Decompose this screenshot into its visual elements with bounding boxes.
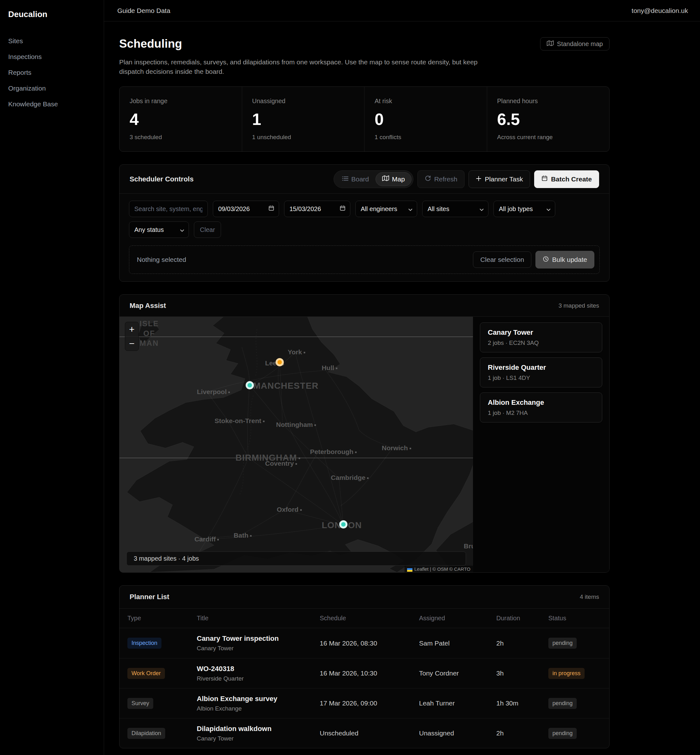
map-label-liverpool: Liverpool: [197, 388, 230, 396]
job-assigned: Unassigned: [419, 730, 496, 737]
topbar: Guide Demo Data tony@deucalion.uk: [104, 0, 700, 22]
map-label-norwich: Norwich: [382, 444, 411, 452]
zoom-out-button[interactable]: −: [125, 336, 138, 351]
engineers-select[interactable]: All engineers: [355, 200, 417, 217]
mapped-sites-list: Canary Tower 2 jobs · EC2N 3AQ Riverside…: [473, 317, 609, 572]
sidebar-item-organization[interactable]: Organization: [8, 80, 95, 96]
status-badge: pending: [548, 728, 577, 739]
table-row[interactable]: Inspection Canary Tower inspection Canar…: [119, 628, 609, 658]
refresh-label: Refresh: [434, 175, 458, 183]
planner-task-button[interactable]: Planner Task: [469, 171, 530, 188]
stat-planned-hours: Planned hours 6.5 Across current range: [487, 87, 609, 152]
sidebar-item-sites[interactable]: Sites: [8, 33, 95, 49]
clear-selection-button[interactable]: Clear selection: [473, 251, 531, 268]
attribution-text[interactable]: Leaflet | © OSM © CARTO: [414, 566, 470, 572]
bulk-update-button[interactable]: Bulk update: [535, 251, 594, 268]
planner-table-header: Type Title Schedule Assigned Duration St…: [119, 609, 609, 628]
calendar-icon: [268, 205, 274, 213]
sidebar-item-knowledge-base[interactable]: Knowledge Base: [8, 96, 95, 112]
chevron-down-icon: [480, 205, 484, 213]
stat-at-risk: At risk 0 1 conflicts: [364, 87, 487, 152]
brand-logo: Deucalion: [8, 9, 95, 19]
sidebar-item-reports[interactable]: Reports: [8, 65, 95, 80]
job-site: Albion Exchange: [197, 705, 320, 712]
user-email[interactable]: tony@deucalion.uk: [631, 7, 688, 14]
refresh-button[interactable]: Refresh: [417, 171, 465, 188]
site-meta: 1 job · LS1 4DY: [488, 374, 594, 381]
map-marker-albion-exchange[interactable]: [245, 381, 254, 389]
map-marker-canary-tower[interactable]: [339, 520, 347, 528]
list-icon: [342, 175, 348, 183]
batch-create-label: Batch Create: [551, 175, 592, 183]
sites-select[interactable]: All sites: [422, 200, 488, 217]
status-select[interactable]: Any status: [129, 221, 189, 238]
stat-value: 6.5: [497, 110, 599, 129]
stat-value: 0: [375, 110, 477, 129]
site-name: Riverside Quarter: [488, 363, 594, 372]
clear-filters-button[interactable]: Clear: [194, 221, 221, 238]
site-meta: 1 job · M2 7HA: [488, 409, 594, 417]
search-input[interactable]: [129, 200, 208, 217]
date-to-input[interactable]: 15/03/2026: [284, 200, 350, 217]
map-marker-riverside-quarter[interactable]: [276, 358, 284, 366]
zoom-in-button[interactable]: +: [125, 322, 138, 336]
scheduler-controls-title: Scheduler Controls: [130, 175, 194, 183]
tile-seam: [119, 337, 473, 337]
map-assist-title: Map Assist: [130, 302, 166, 310]
selection-status-text: Nothing selected: [137, 256, 186, 263]
map-label-bru: Bru: [464, 542, 473, 550]
calendar-icon: [541, 175, 548, 183]
sidebar-item-inspections[interactable]: Inspections: [8, 49, 95, 65]
standalone-map-button[interactable]: Standalone map: [540, 37, 609, 50]
sidebar-nav: Sites Inspections Reports Organization K…: [8, 33, 95, 112]
map-label-oxford: Oxford: [277, 506, 302, 513]
view-toggle: Board Map: [334, 171, 413, 188]
job-title: Canary Tower inspection: [197, 634, 320, 643]
type-badge: Dilapidation: [127, 728, 165, 739]
status-value: Any status: [134, 226, 164, 233]
job-title: WO-240318: [197, 665, 320, 673]
map-label-isle-of-man: ISLE OF MAN: [134, 319, 164, 348]
job-types-select[interactable]: All job types: [494, 200, 555, 217]
job-schedule: Unscheduled: [320, 730, 419, 737]
date-from-input[interactable]: 09/03/2026: [213, 200, 279, 217]
map-label-stoke-on-trent: Stoke-on-Trent: [215, 417, 264, 424]
job-schedule: 16 Mar 2026, 08:30: [320, 639, 419, 647]
site-name: Canary Tower: [488, 329, 594, 337]
map-label-cardiff: Cardiff: [195, 536, 219, 543]
stat-jobs-in-range: Jobs in range 4 3 scheduled: [119, 87, 242, 152]
selection-bar: Nothing selected Clear selection Bulk up…: [129, 246, 600, 274]
column-schedule: Schedule: [320, 615, 419, 622]
job-site: Canary Tower: [197, 645, 320, 652]
table-row[interactable]: Work Order WO-240318 Riverside Quarter 1…: [119, 658, 609, 688]
page-content: Scheduling Standalone map Plan inspectio…: [104, 22, 609, 755]
map-label-nottingham: Nottingham: [276, 421, 316, 428]
main-column: Guide Demo Data tony@deucalion.uk Schedu…: [104, 0, 700, 755]
planner-list-panel: Planner List 4 items Type Title Schedule…: [119, 585, 609, 749]
planner-task-label: Planner Task: [484, 175, 523, 183]
refresh-icon: [425, 175, 431, 183]
map-summary-text: 3 mapped sites · 4 jobs: [134, 555, 199, 562]
job-title: Albion Exchange survey: [197, 695, 320, 703]
site-card-riverside-quarter[interactable]: Riverside Quarter 1 job · LS1 4DY: [480, 357, 602, 387]
map-summary-overlay: 3 mapped sites · 4 jobs: [127, 551, 466, 566]
job-assigned: Leah Turner: [419, 699, 496, 707]
page-title: Scheduling: [119, 37, 182, 50]
map-label-cambridge: Cambridge: [331, 474, 369, 481]
table-row[interactable]: Survey Albion Exchange survey Albion Exc…: [119, 688, 609, 718]
leaflet-map[interactable]: ISLE OF MAN York Leeds Hull MANCHESTER L…: [119, 317, 473, 572]
standalone-map-label: Standalone map: [557, 41, 603, 48]
stat-sub: 3 scheduled: [130, 134, 232, 141]
stat-value: 4: [130, 110, 232, 129]
job-site: Riverside Quarter: [197, 675, 320, 682]
board-view-button[interactable]: Board: [336, 172, 375, 186]
table-row[interactable]: Dilapidation Dilapidation walkdown Canar…: [119, 718, 609, 748]
map-zoom-control: + −: [125, 322, 139, 351]
site-card-canary-tower[interactable]: Canary Tower 2 jobs · EC2N 3AQ: [480, 323, 602, 352]
column-duration: Duration: [496, 615, 548, 622]
batch-create-button[interactable]: Batch Create: [534, 171, 599, 188]
map-label-manchester: MANCHESTER: [253, 381, 319, 391]
site-card-albion-exchange[interactable]: Albion Exchange 1 job · M2 7HA: [480, 393, 602, 423]
map-view-button[interactable]: Map: [375, 172, 411, 186]
stat-label: Jobs in range: [130, 97, 232, 105]
